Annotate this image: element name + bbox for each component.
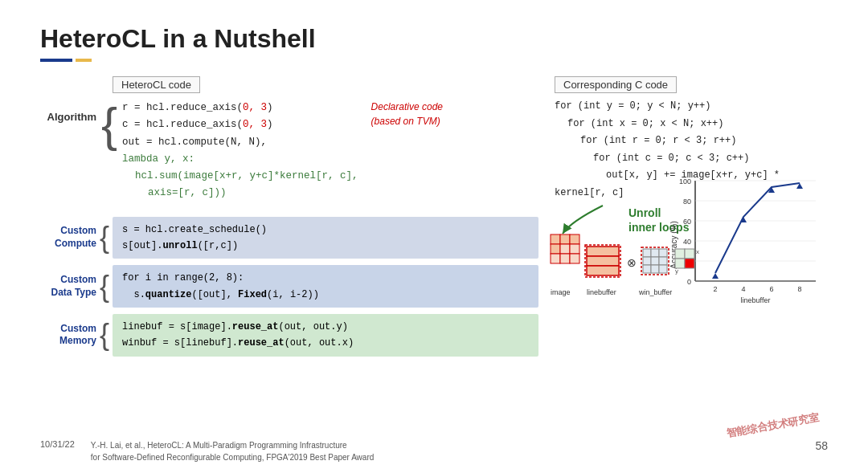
svg-rect-29 xyxy=(560,244,570,254)
custom-compute-label: CustomCompute xyxy=(40,225,96,250)
algorithm-row: Algorithm { r = hcl.reduce_axis(0, 3) c … xyxy=(40,96,538,206)
svg-rect-47 xyxy=(651,265,659,273)
schedule-section: CustomCompute { s = hcl.create_schedule(… xyxy=(40,217,538,357)
svg-rect-28 xyxy=(551,244,560,254)
algo-line4: lambda y, x: xyxy=(122,151,358,168)
citation-line2: for Software-Defined Reconfigurable Comp… xyxy=(91,451,374,463)
declarative-line2: (based on TVM) xyxy=(371,114,443,128)
citation-line1: Y.-H. Lai, et al., HeteroCL: A Multi-Par… xyxy=(91,439,374,451)
c-line3: for (int r = 0; r < 3; r++) xyxy=(555,133,828,150)
footer-page: 58 xyxy=(815,439,828,452)
c-label: Corresponding C code xyxy=(555,76,677,93)
footer-citation: Y.-H. Lai, et al., HeteroCL: A Multi-Par… xyxy=(91,439,374,463)
declarative-line1: Declarative code xyxy=(371,100,443,114)
svg-rect-54 xyxy=(685,259,694,268)
svg-rect-51 xyxy=(675,249,685,259)
svg-rect-35 xyxy=(587,247,619,256)
svg-text:x: x xyxy=(696,248,699,255)
algo-code: r = hcl.reduce_axis(0, 3) c = hcl.reduce… xyxy=(122,96,358,206)
svg-rect-32 xyxy=(560,254,570,263)
linebuffer-diagram: image linebuffer xyxy=(547,226,707,310)
left-panel: HeteroCL code Algorithm { r = hcl.reduce… xyxy=(40,76,538,357)
svg-text:image: image xyxy=(551,288,571,296)
svg-text:⊗: ⊗ xyxy=(627,256,637,269)
custom-memory-row: CustomMemory { linebuf = s[image].reuse_… xyxy=(40,314,538,357)
c-line4: for (int c = 0; c < 3; c++) xyxy=(555,150,828,168)
svg-rect-25 xyxy=(551,234,560,244)
algo-line5: hcl.sum(image[x+r, y+c]*kernel[r, c], xyxy=(122,168,358,185)
sched-brace-1: { xyxy=(100,223,109,252)
svg-rect-26 xyxy=(560,234,570,244)
algo-line1: r = hcl.reduce_axis(0, 3) xyxy=(122,100,358,116)
linebuffer-svg: image linebuffer xyxy=(547,226,707,307)
slide: HeteroCL in a Nutshell HeteroCL code Alg… xyxy=(0,0,868,473)
algorithm-label: Algorithm xyxy=(40,96,96,123)
svg-rect-31 xyxy=(551,254,560,263)
custom-datatype-row: CustomData Type { for i in range(2, 8): … xyxy=(40,265,538,308)
cdt-line1: for i in range(2, 8): xyxy=(122,270,529,286)
svg-rect-42 xyxy=(659,249,667,257)
cdt-line2: s.quantize([out], Fixed(i, i-2)) xyxy=(122,287,529,303)
svg-text:100: 100 xyxy=(679,177,691,186)
underline-blue xyxy=(40,59,72,62)
title-underline xyxy=(40,59,828,62)
c-line1: for (int y = 0; y < N; y++) xyxy=(555,98,828,116)
algo-line3: out = hcl.compute(N, N), xyxy=(122,134,358,151)
underline-gold xyxy=(76,59,92,62)
watermark: 智能综合技术研究室 xyxy=(725,410,820,441)
svg-rect-41 xyxy=(651,249,659,257)
cc-line2: s[out].unroll([r,c]) xyxy=(122,238,529,254)
svg-rect-37 xyxy=(587,266,619,275)
custom-compute-row: CustomCompute { s = hcl.create_schedule(… xyxy=(40,217,538,259)
svg-rect-36 xyxy=(587,256,619,266)
svg-rect-52 xyxy=(685,249,694,259)
cm-line2: winbuf = s[linebuf].reuse_at(out, out.x) xyxy=(122,335,529,351)
algo-line6: axis=[r, c])) xyxy=(122,185,358,202)
svg-text:y: y xyxy=(675,267,678,275)
svg-rect-45 xyxy=(659,257,667,265)
custom-datatype-code: for i in range(2, 8): s.quantize([out], … xyxy=(113,265,538,308)
custom-memory-code: linebuf = s[image].reuse_at(out, out.y) … xyxy=(113,314,538,357)
algo-line2: c = hcl.reduce_axis(0, 3) xyxy=(122,116,358,133)
sched-brace-3: { xyxy=(100,320,109,349)
custom-memory-label: CustomMemory xyxy=(40,323,96,348)
cm-line1: linebuf = s[image].reuse_at(out, out.y) xyxy=(122,319,529,335)
svg-rect-27 xyxy=(570,234,579,244)
svg-text:win_buffer: win_buffer xyxy=(638,288,672,296)
svg-rect-40 xyxy=(643,249,651,257)
hcl-section: HeteroCL code Algorithm { r = hcl.reduce… xyxy=(40,76,538,206)
cc-line1: s = hcl.create_schedule() xyxy=(122,222,529,238)
right-panel: Corresponding C code for (int y = 0; y <… xyxy=(555,76,828,357)
svg-rect-30 xyxy=(570,244,579,254)
c-line2: for (int x = 0; x < N; x++) xyxy=(555,116,828,133)
svg-rect-46 xyxy=(643,265,651,273)
diagram-area: image linebuffer xyxy=(547,224,828,312)
svg-rect-44 xyxy=(651,257,659,265)
custom-datatype-label: CustomData Type xyxy=(40,274,96,299)
svg-rect-33 xyxy=(570,254,579,263)
main-content: HeteroCL code Algorithm { r = hcl.reduce… xyxy=(40,76,828,357)
custom-compute-code: s = hcl.create_schedule() s[out].unroll(… xyxy=(113,217,538,259)
svg-rect-43 xyxy=(643,257,651,265)
sched-brace-2: { xyxy=(100,272,109,301)
svg-rect-48 xyxy=(659,265,667,273)
footer-date: 10/31/22 xyxy=(40,439,75,449)
declarative-note: Declarative code (based on TVM) xyxy=(371,96,443,128)
svg-text:linebuffer: linebuffer xyxy=(587,288,616,296)
footer: 10/31/22 Y.-H. Lai, et al., HeteroCL: A … xyxy=(40,439,828,463)
svg-text:80: 80 xyxy=(683,198,691,206)
algo-brace: { xyxy=(101,96,117,149)
page-title: HeteroCL in a Nutshell xyxy=(40,24,828,54)
hcl-label: HeteroCL code xyxy=(113,76,200,93)
